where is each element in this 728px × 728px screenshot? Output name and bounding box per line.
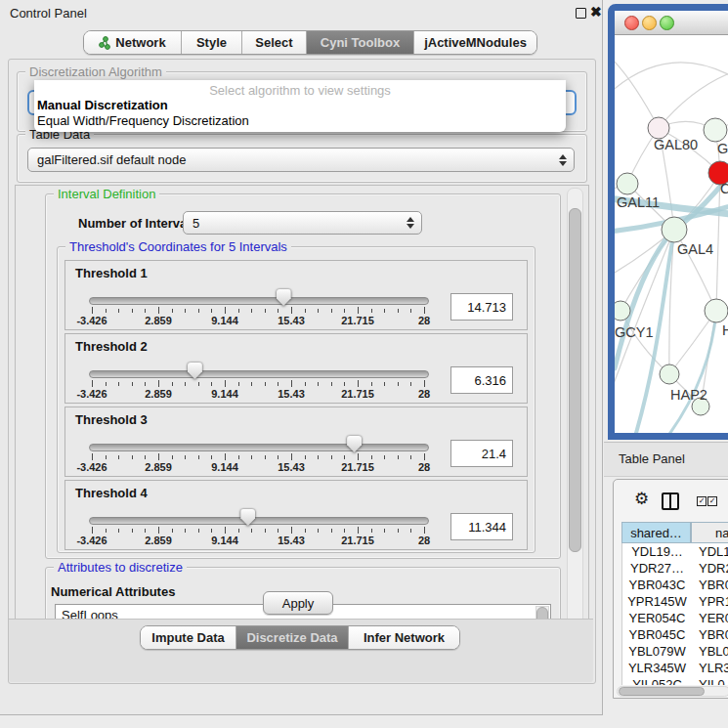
cell-name[interactable]: YBL0 (699, 643, 728, 660)
network-node-gal4[interactable] (662, 217, 687, 242)
slider-tick (158, 307, 159, 314)
cell-name[interactable]: YIL0 (699, 676, 728, 685)
slider-track[interactable] (89, 370, 429, 378)
network-node-node-g[interactable] (704, 118, 727, 142)
threshold-value-field[interactable]: 21.4 (450, 440, 513, 467)
cell-name[interactable]: YER0 (699, 610, 728, 626)
table-row[interactable]: YDL19…YDL1 (622, 543, 728, 560)
cell-name[interactable]: YDL1 (699, 543, 728, 560)
slider-tick (291, 527, 292, 534)
checkbox-icon-2[interactable]: ✓ (707, 496, 717, 506)
table-row[interactable]: YBR043CYBR0 (622, 577, 728, 593)
table-row[interactable]: YIL052CYIL0 (622, 676, 728, 685)
network-node-node-h[interactable] (705, 299, 728, 322)
slider-track[interactable] (89, 517, 429, 525)
slider-tick (265, 529, 266, 533)
threshold-value-field[interactable]: 11.344 (450, 513, 513, 540)
close-traffic-light[interactable] (624, 16, 639, 30)
tab-infer-network[interactable]: Infer Network (349, 626, 459, 649)
threshold-label: Threshold 3 (75, 412, 148, 427)
table-row[interactable]: YBR045CYBR0 (622, 626, 728, 643)
cell-name[interactable]: YPR1 (699, 593, 728, 610)
minimize-traffic-light[interactable] (642, 16, 657, 30)
tab-select[interactable]: Select (242, 31, 307, 54)
tab-cyni-toolbox[interactable]: Cyni Toolbox (307, 31, 414, 54)
checkbox-icon-1[interactable]: ✓ (697, 496, 707, 506)
network-window-titlebar[interactable] (615, 11, 728, 35)
tab-jactivemnodules[interactable]: jActiveMNodules (414, 31, 536, 54)
tab-network[interactable]: Network (84, 31, 182, 54)
threshold-value-field[interactable]: 14.713 (450, 293, 513, 321)
split-columns-icon[interactable] (662, 492, 679, 510)
slider-tick (145, 382, 146, 386)
cell-shared-name[interactable]: YDL19… (622, 543, 692, 560)
combo-arrows-icon (559, 154, 567, 166)
slider-track[interactable] (89, 297, 429, 305)
slider-tick (344, 455, 345, 459)
slider-tick (358, 380, 359, 387)
column-header-2[interactable]: na (691, 522, 728, 543)
table-hscrollbar-track[interactable] (617, 686, 728, 697)
network-node-gcy1[interactable] (615, 301, 630, 321)
close-icon[interactable]: ✖ (590, 4, 602, 20)
algorithm-popup-item-manual-discretization[interactable]: Manual Discretization (37, 98, 168, 112)
network-canvas[interactable]: GAL80GCGAL11GAL4GCY1HHAP2 (615, 34, 728, 433)
column-header-1[interactable]: shared… (621, 522, 691, 543)
network-node-label-h: H (722, 322, 728, 338)
table-data-combo[interactable]: galFiltered.sif default node (27, 148, 575, 172)
table-row[interactable]: YER054CYER0 (622, 610, 728, 626)
window-title: Control Panel (10, 6, 87, 21)
apply-button[interactable]: Apply (263, 591, 333, 615)
cell-shared-name[interactable]: YBR043C (622, 577, 692, 593)
float-window-icon[interactable] (576, 8, 586, 19)
slider-tick-label: 2.859 (145, 535, 172, 546)
table-panel-window: ⚙ ✓ ✓ shared…na YDL19…YDL1YDR27…YDR2YBR0… (613, 479, 728, 699)
table-row[interactable]: YDR27…YDR2 (622, 560, 728, 577)
network-node-gal80[interactable] (648, 117, 669, 139)
threshold-label: Threshold 4 (75, 486, 148, 500)
network-node-gal11[interactable] (617, 173, 638, 194)
network-node-hap2[interactable] (660, 364, 679, 384)
table-row[interactable]: YLR345WYLR3 (622, 660, 728, 676)
cell-shared-name[interactable]: YBL079W (622, 643, 692, 660)
tab-impute-data[interactable]: Impute Data (141, 626, 236, 649)
slider-track[interactable] (89, 444, 429, 451)
zoom-traffic-light[interactable] (660, 16, 674, 30)
slider-thumb[interactable] (277, 289, 291, 306)
cell-shared-name[interactable]: YIL052C (622, 676, 692, 685)
table-row[interactable]: YPR145WYPR1 (622, 593, 728, 610)
slider-tick (92, 527, 93, 534)
tab-discretize-data[interactable]: Discretize Data (236, 626, 349, 649)
slider-thumb[interactable] (240, 509, 255, 526)
slider-thumb[interactable] (188, 363, 202, 379)
slider-tick (106, 309, 107, 313)
network-node-label-gal80: GAL80 (654, 137, 698, 152)
slider-tick (238, 455, 239, 459)
cell-shared-name[interactable]: YER054C (622, 610, 692, 626)
slider-tick (106, 382, 107, 386)
cell-name[interactable]: YBR0 (699, 626, 728, 643)
panel-scrollbar-track[interactable] (567, 188, 583, 649)
cell-name[interactable]: YDR2 (699, 560, 728, 577)
cell-name[interactable]: YLR3 (699, 660, 728, 676)
panel-scrollbar-thumb[interactable] (569, 208, 581, 552)
table-row[interactable]: YBL079WYBL0 (622, 643, 728, 660)
cell-shared-name[interactable]: YLR345W (622, 660, 692, 676)
slider-tick-label: 15.43 (278, 535, 305, 546)
threshold-value-field[interactable]: 6.316 (450, 366, 513, 394)
slider-tick (410, 455, 411, 459)
algorithm-popup-prompt: Select algorithm to view settings (34, 83, 566, 98)
slider-thumb[interactable] (347, 436, 362, 452)
slider-tick (132, 309, 133, 313)
tab-style[interactable]: Style (182, 31, 242, 54)
slider-tick (331, 382, 332, 386)
table-header-row: shared…na (621, 522, 728, 543)
cell-name[interactable]: YBR0 (699, 577, 728, 593)
cell-shared-name[interactable]: YPR145W (622, 593, 692, 610)
gear-icon[interactable]: ⚙ (634, 491, 649, 507)
cell-shared-name[interactable]: YDR27… (622, 560, 692, 577)
num-intervals-spinner[interactable]: 5 (183, 211, 422, 235)
algorithm-popup-item-equal-width-frequency-discretization[interactable]: Equal Width/Frequency Discretization (37, 113, 249, 128)
table-hscrollbar-thumb[interactable] (619, 687, 705, 696)
cell-shared-name[interactable]: YBR045C (622, 626, 692, 643)
